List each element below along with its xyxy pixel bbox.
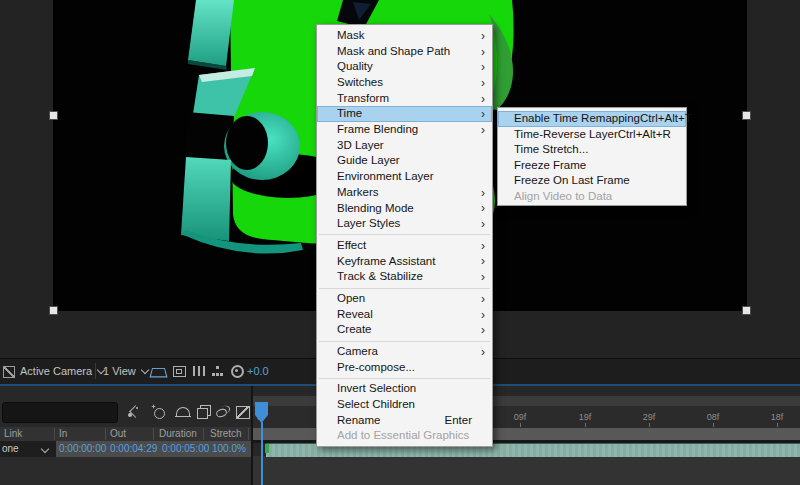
menu-item-freeze-frame[interactable]: Freeze Frame (498, 158, 686, 174)
column-divider (54, 428, 55, 440)
timeline-search-field[interactable] (2, 402, 118, 423)
menu-item-freeze-on-last-frame[interactable]: Freeze On Last Frame (498, 173, 686, 189)
menu-item-switches[interactable]: Switches› (317, 75, 492, 91)
menu-item-layer-styles[interactable]: Layer Styles› (317, 216, 492, 232)
view-layout-dropdown[interactable]: 1 View (103, 365, 148, 377)
submenu-arrow-icon: › (481, 345, 485, 359)
menu-item-environment-layer[interactable]: Environment Layer (317, 169, 492, 185)
submenu-arrow-icon: › (481, 254, 485, 268)
snapshot-icon[interactable] (173, 366, 186, 377)
column-divider (153, 428, 154, 440)
column-divider (203, 428, 204, 440)
menu-item-enable-time-remapping[interactable]: Enable Time RemappingCtrl+Alt+T (498, 111, 686, 127)
frame-blending-icon[interactable] (151, 404, 167, 420)
in-value[interactable]: 0:00:00:00 (59, 443, 106, 454)
selection-handle-left[interactable] (49, 111, 58, 120)
menu-item-time-stretch[interactable]: Time Stretch... (498, 142, 686, 158)
menu-item-mask[interactable]: Mask› (317, 28, 492, 44)
ruler-tick (520, 423, 521, 427)
submenu-arrow-icon: › (481, 308, 485, 322)
menu-shortcut: Enter (445, 413, 473, 429)
menu-item-quality[interactable]: Quality› (317, 59, 492, 75)
menu-item-blending-mode[interactable]: Blending Mode› (317, 201, 492, 217)
menu-item-keyframe-assistant[interactable]: Keyframe Assistant› (317, 254, 492, 270)
menu-separator (319, 234, 490, 235)
submenu-arrow-icon: › (481, 29, 485, 43)
brainstorm-layers-icon[interactable] (195, 404, 211, 420)
menu-item-pre-compose[interactable]: Pre-compose... (317, 360, 492, 376)
submenu-arrow-icon: › (481, 107, 485, 121)
menu-item-mask-and-shape-path[interactable]: Mask and Shape Path› (317, 44, 492, 60)
menu-item-frame-blending[interactable]: Frame Blending› (317, 122, 492, 138)
submenu-arrow-icon: › (481, 45, 485, 59)
menu-item-align-video-to-data[interactable]: Align Video to Data (498, 189, 686, 205)
ruler-label: 29f (635, 412, 663, 422)
menu-item-transform[interactable]: Transform› (317, 91, 492, 107)
ruler-label: 09f (506, 412, 534, 422)
ruler-label: 19f (571, 412, 599, 422)
exposure-value[interactable]: +0.0 (247, 365, 269, 377)
ruler-tick (649, 423, 650, 427)
playhead-line (261, 422, 263, 485)
selection-handle-bottom-right[interactable] (742, 306, 751, 315)
chevron-down-icon (141, 366, 149, 374)
menu-item-rename[interactable]: RenameEnter (317, 413, 492, 429)
menu-item-open[interactable]: Open› (317, 291, 492, 307)
menu-item-time-reverse-layer[interactable]: Time-Reverse LayerCtrl+Alt+R (498, 127, 686, 143)
column-divider (248, 428, 249, 440)
stretch-value[interactable]: 100.0% (212, 443, 246, 454)
selection-handle-bottom-left[interactable] (49, 306, 58, 315)
submenu-arrow-icon: › (481, 217, 485, 231)
show-channel-icon[interactable] (193, 366, 205, 376)
mini-flowchart-icon[interactable] (212, 366, 224, 376)
chevron-down-icon[interactable] (41, 445, 49, 453)
link-dropdown-value[interactable]: one (2, 443, 19, 454)
duration-value[interactable]: 0:00:05:00 (162, 443, 209, 454)
menu-item-create[interactable]: Create› (317, 322, 492, 338)
graph-editor-icon[interactable] (235, 404, 251, 420)
menu-item-effect[interactable]: Effect› (317, 238, 492, 254)
menu-separator (319, 288, 490, 289)
column-out[interactable]: Out (110, 428, 126, 439)
menu-item-3d-layer[interactable]: 3D Layer (317, 138, 492, 154)
draft-3d-icon[interactable] (215, 404, 231, 420)
menu-item-guide-layer[interactable]: Guide Layer (317, 154, 492, 170)
menu-item-reveal[interactable]: Reveal› (317, 307, 492, 323)
ruler-tick (777, 423, 778, 427)
comp-flowchart-icon[interactable] (127, 404, 143, 420)
pane-divider (251, 386, 253, 485)
out-value[interactable]: 0:00:04:29 (110, 443, 157, 454)
menu-item-add-to-essential-graphics[interactable]: Add to Essential Graphics (317, 429, 492, 445)
timeline-track-background (253, 456, 800, 485)
toolbar-divider (95, 363, 96, 379)
menu-item-camera[interactable]: Camera› (317, 344, 492, 360)
camera-view-dropdown[interactable]: Active Camera (20, 365, 104, 377)
column-divider (105, 428, 106, 440)
layer-context-menu: Mask› Mask and Shape Path› Quality› Swit… (316, 24, 493, 447)
column-duration[interactable]: Duration (159, 428, 197, 439)
transparency-grid-icon[interactable] (3, 366, 15, 378)
timeline-left-pane: Link In Out Duration Stretch one 0:00:00… (0, 386, 251, 485)
column-link[interactable]: Link (4, 428, 22, 439)
menu-item-time[interactable]: Time› (317, 106, 492, 122)
exposure-aperture-icon[interactable] (231, 365, 244, 378)
submenu-arrow-icon: › (481, 92, 485, 106)
perspective-view-icon[interactable] (149, 368, 167, 377)
submenu-arrow-icon: › (481, 60, 485, 74)
menu-item-markers[interactable]: Markers› (317, 185, 492, 201)
timeline-column-header: Link In Out Duration Stretch (0, 427, 251, 441)
menu-item-invert-selection[interactable]: Invert Selection (317, 381, 492, 397)
motion-blur-icon[interactable] (175, 404, 191, 420)
column-in[interactable]: In (59, 428, 67, 439)
timeline-left-pane-footer (0, 457, 251, 485)
submenu-arrow-icon: › (481, 201, 485, 215)
menu-item-track-stabilize[interactable]: Track & Stabilize› (317, 269, 492, 285)
menu-item-select-children[interactable]: Select Children (317, 397, 492, 413)
ruler-label: 18f (763, 412, 791, 422)
submenu-arrow-icon: › (481, 76, 485, 90)
column-stretch[interactable]: Stretch (210, 428, 242, 439)
submenu-arrow-icon: › (481, 323, 485, 337)
layer-values-row: one 0:00:00:00 0:00:04:29 0:00:05:00 100… (0, 441, 251, 457)
menu-shortcut: Ctrl+Alt+R (618, 127, 671, 143)
selection-handle-right[interactable] (742, 111, 751, 120)
